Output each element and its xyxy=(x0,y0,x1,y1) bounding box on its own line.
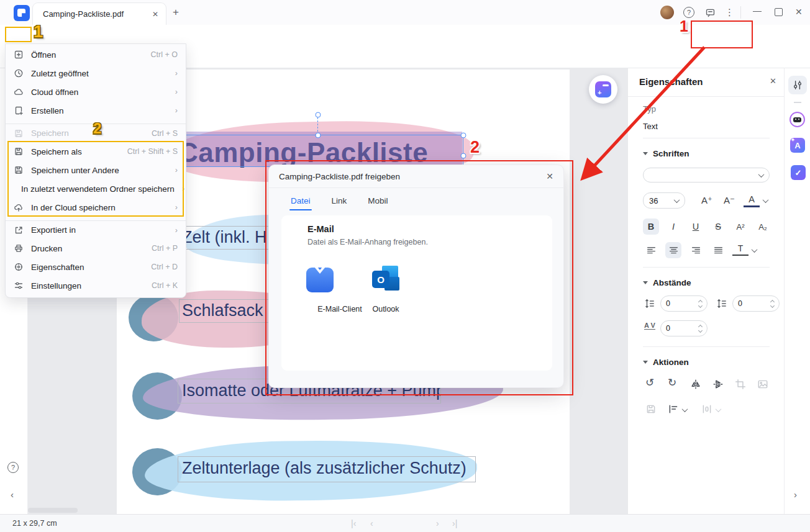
file-menu-item[interactable]: In der Cloud speichern › xyxy=(6,198,186,217)
chevron-down-icon[interactable] xyxy=(752,246,758,253)
settings-icon xyxy=(14,281,24,291)
char-spacing-icon: A V xyxy=(644,322,655,330)
floating-assistant-widget[interactable] xyxy=(589,75,617,104)
outlook-icon[interactable]: O xyxy=(372,266,401,294)
align-right-button[interactable] xyxy=(688,242,704,258)
distribute-icon[interactable] xyxy=(701,404,712,415)
decrease-font-icon[interactable]: A⁻ xyxy=(721,192,737,209)
chevron-down-icon xyxy=(716,406,722,412)
collapse-left-panel-icon[interactable]: ‹ xyxy=(11,489,14,500)
selection-rect[interactable] xyxy=(177,135,463,167)
flip-vertical-icon[interactable] xyxy=(712,379,724,390)
fonts-section-header[interactable]: Schriften xyxy=(643,148,689,159)
bold-button[interactable]: B xyxy=(643,219,659,235)
properties-close-icon[interactable]: ✕ xyxy=(770,76,776,86)
ai-robot-icon[interactable] xyxy=(790,112,805,127)
properties-rail-button[interactable] xyxy=(788,76,807,94)
file-menu-item[interactable]: Speichern unter Andere › xyxy=(6,161,186,179)
new-tab-button[interactable]: + xyxy=(173,6,179,19)
file-menu-item[interactable]: Öffnen Ctrl + O xyxy=(6,45,186,64)
collapse-right-panel-icon[interactable]: › xyxy=(794,489,797,500)
feedback-icon[interactable] xyxy=(705,7,716,18)
underline-button[interactable]: U xyxy=(688,219,704,235)
replace-image-icon[interactable] xyxy=(757,379,768,390)
superscript-button[interactable]: A² xyxy=(732,219,749,235)
properties-icon xyxy=(14,262,24,272)
file-menu-item[interactable]: Zuletzt geöffnet › xyxy=(6,64,186,83)
align-justify-button[interactable] xyxy=(710,242,726,258)
align-center-button[interactable] xyxy=(665,242,681,258)
chevron-down-icon[interactable] xyxy=(682,406,688,412)
share-dialog-tab[interactable]: Datei xyxy=(291,196,311,210)
file-menu-item[interactable]: Speichern als Ctrl + Shift + S xyxy=(6,142,186,161)
email-client-icon[interactable] xyxy=(306,268,334,292)
paragraph-spacing-icon xyxy=(716,298,727,309)
share-dialog-title: Camping-Packliste.pdf freigeben xyxy=(279,172,546,181)
line-spacing-input[interactable]: 0 xyxy=(660,295,708,312)
selection-rotate-handle[interactable] xyxy=(316,112,321,118)
first-page-icon[interactable]: |‹ xyxy=(351,515,356,532)
minimize-button[interactable] xyxy=(753,11,762,12)
horizontal-scrollbar[interactable] xyxy=(28,508,78,513)
title-bar: Camping-Packliste.pdf ✕ + ? ⋮ ✕ xyxy=(0,0,810,25)
user-avatar[interactable] xyxy=(660,6,674,19)
properties-title: Eigenschaften xyxy=(639,76,703,87)
file-menu-item[interactable]: Eigenschaften Ctrl + D xyxy=(6,258,186,276)
increase-font-icon[interactable]: A⁺ xyxy=(699,192,715,209)
next-page-icon[interactable]: › xyxy=(436,515,439,532)
italic-button[interactable]: I xyxy=(665,219,681,235)
subscript-button[interactable]: A₂ xyxy=(755,219,771,235)
arrange-icon[interactable] xyxy=(668,404,679,415)
file-menu-item[interactable]: Drucken Ctrl + P xyxy=(6,239,186,258)
help-button[interactable]: ? xyxy=(683,7,694,18)
flip-horizontal-icon[interactable] xyxy=(690,379,701,390)
font-family-select[interactable] xyxy=(643,168,770,183)
selection-handle-corner[interactable] xyxy=(461,133,466,138)
previous-page-icon[interactable]: ‹ xyxy=(370,515,373,532)
align-left-button[interactable] xyxy=(643,242,659,258)
font-color-icon[interactable]: A xyxy=(744,192,760,207)
paragraph-spacing-input[interactable]: 0 xyxy=(732,295,780,312)
maximize-button[interactable] xyxy=(775,8,783,16)
file-menu-item[interactable]: Cloud öffnen › xyxy=(6,83,186,101)
char-spacing-input[interactable]: 0 xyxy=(660,320,708,336)
save-action-icon[interactable] xyxy=(645,404,657,415)
collapse-triangle-icon xyxy=(643,281,648,284)
last-page-icon[interactable]: ›| xyxy=(452,515,457,532)
app-logo-icon[interactable] xyxy=(14,5,30,21)
dialog-close-icon[interactable]: ✕ xyxy=(546,171,553,181)
actions-section-header[interactable]: Aktionen xyxy=(643,356,689,367)
document-tab[interactable]: Camping-Packliste.pdf ✕ xyxy=(32,2,166,25)
type-label: Typ xyxy=(643,104,656,114)
share-dialog-tab[interactable]: Mobil xyxy=(368,196,388,210)
chevron-down-icon[interactable] xyxy=(763,197,769,203)
tab-close-icon[interactable]: ✕ xyxy=(152,10,158,19)
outlook-label[interactable]: Outlook xyxy=(352,305,420,313)
rotate-right-icon[interactable]: ↻ xyxy=(668,376,676,389)
save-as-icon xyxy=(14,165,24,175)
selection-handle-right[interactable] xyxy=(461,153,466,159)
notebook-icon xyxy=(595,81,611,97)
close-button[interactable]: ✕ xyxy=(795,7,803,17)
recent-icon xyxy=(14,68,24,78)
selection-handle-top[interactable] xyxy=(316,133,321,138)
export-icon xyxy=(14,225,24,235)
text-direction-button[interactable]: T xyxy=(732,242,749,256)
share-dialog-tab[interactable]: Link xyxy=(332,196,347,210)
status-bar: 21 x 29,7 cm |‹ ‹ 1/1 › ›| 1:1 − + 100% xyxy=(0,514,810,532)
font-size-select[interactable]: 36 xyxy=(643,192,685,209)
doc-item-zeltunterlage[interactable]: Zeltunterlage (als zusätzlicher Schutz) xyxy=(178,456,476,482)
help-button-bottom[interactable]: ? xyxy=(7,462,19,473)
translate-icon[interactable]: A✦ xyxy=(790,138,805,153)
rotate-left-icon[interactable]: ↺ xyxy=(645,376,654,389)
file-menu-item[interactable]: Einstellungen Ctrl + K xyxy=(6,276,186,295)
chevron-down-icon xyxy=(758,171,765,178)
file-menu-item[interactable]: In zuletzt verwendetem Ordner speichern … xyxy=(6,179,186,198)
file-menu-item[interactable]: Exportiert in › xyxy=(6,220,186,239)
crop-icon[interactable] xyxy=(735,379,746,390)
todo-check-icon[interactable]: ✓ xyxy=(791,165,806,180)
kebab-menu-icon[interactable]: ⋮ xyxy=(725,7,734,18)
spacing-section-header[interactable]: Abstände xyxy=(643,277,691,288)
file-menu-item[interactable]: Erstellen › xyxy=(6,101,186,120)
strikethrough-button[interactable]: S xyxy=(710,219,726,235)
